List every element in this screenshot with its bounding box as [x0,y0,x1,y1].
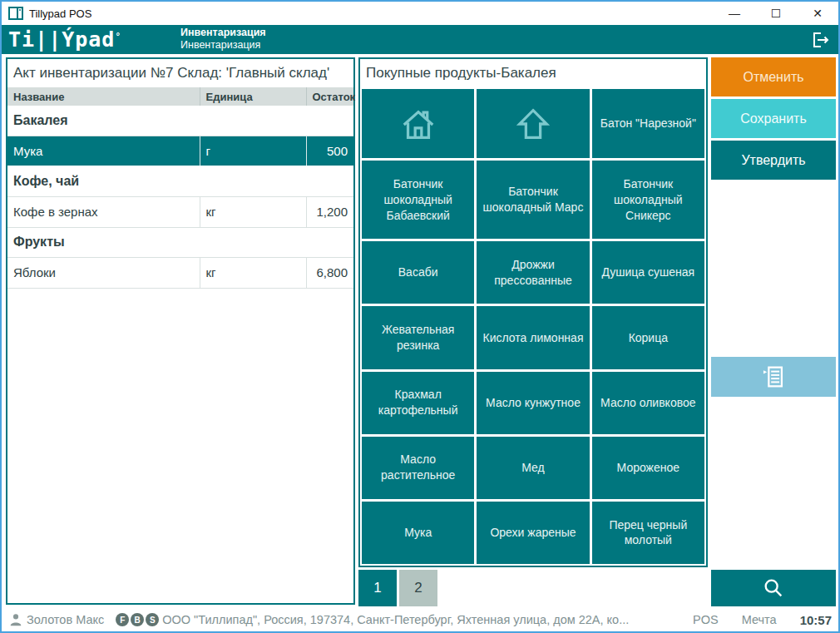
app-header: Ti||Ýpad° Инвентаризация Инвентаризация [2,25,838,54]
catalog-title: Покупные продукты-Бакалея [360,59,706,87]
maximize-button[interactable]: ☐ [755,2,797,25]
save-button[interactable]: Сохранить [711,99,836,138]
group-label: Бакалея [7,106,353,136]
inventory-title: Акт инвентаризации №7 Склад: 'Главный ск… [7,59,353,87]
window-title: Tillypad POS [29,7,91,20]
status-badges: FBS [116,613,159,626]
cell-unit: кг [200,257,306,288]
column-name: Название [7,87,200,106]
mode-label: POS [693,613,719,626]
cell-qty: 6,800 [306,257,353,288]
cell-name: Мука [7,136,200,166]
up-arrow-button[interactable] [477,89,589,158]
column-unit: Единица [200,87,306,106]
product-button[interactable]: Васаби [362,241,474,304]
cell-unit: г [200,136,306,166]
product-button[interactable]: Крахмал картофельный [362,372,474,434]
inventory-table-body: БакалеяМукаг500Кофе, чайКофе в зернахкг1… [7,106,353,288]
close-button[interactable]: ✕ [797,2,838,25]
column-qty: Остаток [306,87,353,106]
table-group-row: Фрукты [7,227,353,257]
group-label: Кофе, чай [7,166,353,196]
app-window-icon [8,7,23,20]
product-button[interactable]: Батончик шоколадный Сникерс [592,161,704,239]
product-button[interactable]: Масло растительное [362,437,474,499]
document-list-icon [759,363,788,391]
product-button[interactable]: Мед [477,437,589,499]
status-bar: Золотов Макс FBS ООО "Тиллипад", Россия,… [2,608,838,631]
minimize-button[interactable]: — [714,2,755,25]
status-badge-s: S [146,613,159,626]
search-button[interactable] [711,570,836,606]
product-button[interactable]: Кислота лимонная [477,306,589,368]
breadcrumb-line-2: Инвентаризация [180,39,266,52]
product-button[interactable]: Корица [592,306,704,368]
company-info: ООО "Тиллипад", Россия, 197374, Санкт-Пе… [162,613,684,626]
table-header-row: Название Единица Остаток [7,87,353,106]
current-user: Золотов Макс [27,613,104,626]
product-button[interactable]: Душица сушеная [592,241,704,304]
cell-name: Кофе в зернах [7,196,200,227]
table-row[interactable]: Кофе в зернахкг1,200 [7,196,353,227]
cell-qty: 500 [306,136,353,166]
tillypad-logo: Ti||Ýpad° [8,27,121,52]
catalog-panel: Покупные продукты-Бакалея Батон "Нарезно… [358,57,708,567]
table-group-row: Бакалея [7,106,353,136]
status-badge-f: F [116,613,129,626]
product-grid: Батон "Нарезной"Батончик шоколадный Баба… [360,87,706,566]
product-button[interactable]: Перец черный молотый [592,502,704,564]
document-list-button[interactable] [711,357,836,397]
product-button[interactable]: Масло кунжутное [477,372,589,434]
approve-button[interactable]: Утвердить [711,141,836,180]
main-area: Акт инвентаризации №7 Склад: 'Главный ск… [2,54,838,608]
product-button[interactable]: Масло оливковое [592,372,704,434]
up-arrow-icon [482,105,584,143]
product-button[interactable]: Дрожжи прессованные [477,241,589,304]
product-button[interactable]: Батончик шоколадный Марс [477,161,589,239]
logout-button[interactable] [810,30,830,50]
user-icon [8,612,23,627]
logout-icon [810,30,830,50]
inventory-table: Название Единица Остаток БакалеяМукаг500… [7,87,353,289]
breadcrumb: Инвентаризация Инвентаризация [180,27,266,52]
app-window: Tillypad POS — ☐ ✕ Ti||Ýpad° Инвентариза… [0,0,840,633]
inventory-panel: Акт инвентаризации №7 Склад: 'Главный ск… [6,57,355,605]
home-icon [367,105,469,143]
page-button-1[interactable]: 1 [358,570,397,606]
table-group-row: Кофе, чай [7,166,353,196]
table-row[interactable]: Яблокикг6,800 [7,257,353,288]
titlebar: Tillypad POS — ☐ ✕ [2,2,838,25]
status-badge-b: B [131,613,144,626]
cancel-button[interactable]: Отменить [711,57,836,96]
cell-qty: 1,200 [306,196,353,227]
breadcrumb-line-1: Инвентаризация [180,27,266,39]
product-button[interactable]: Мука [362,502,474,564]
product-button[interactable]: Орехи жареные [477,502,589,564]
table-row[interactable]: Мукаг500 [7,136,353,166]
group-label: Фрукты [7,227,353,257]
page-selector: 12 [358,570,437,606]
product-button[interactable]: Мороженое [592,437,704,499]
product-button[interactable]: Батончик шоколадный Бабаевский [362,161,474,239]
search-icon [762,576,785,600]
clock: 10:57 [800,613,832,627]
station-label: Мечта [742,613,777,626]
cell-unit: кг [200,196,306,227]
product-button[interactable]: Жевательная резинка [362,306,474,368]
page-button-2[interactable]: 2 [399,570,437,606]
product-button[interactable]: Батон "Нарезной" [592,89,704,158]
cell-name: Яблоки [7,257,200,288]
home-button[interactable] [362,89,474,158]
